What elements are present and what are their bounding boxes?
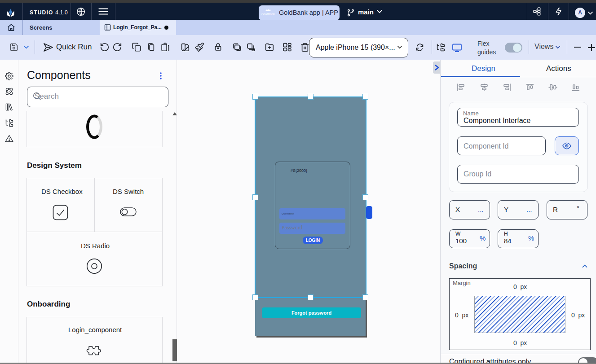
svg-text:GoldBank: GoldBank (261, 13, 275, 16)
